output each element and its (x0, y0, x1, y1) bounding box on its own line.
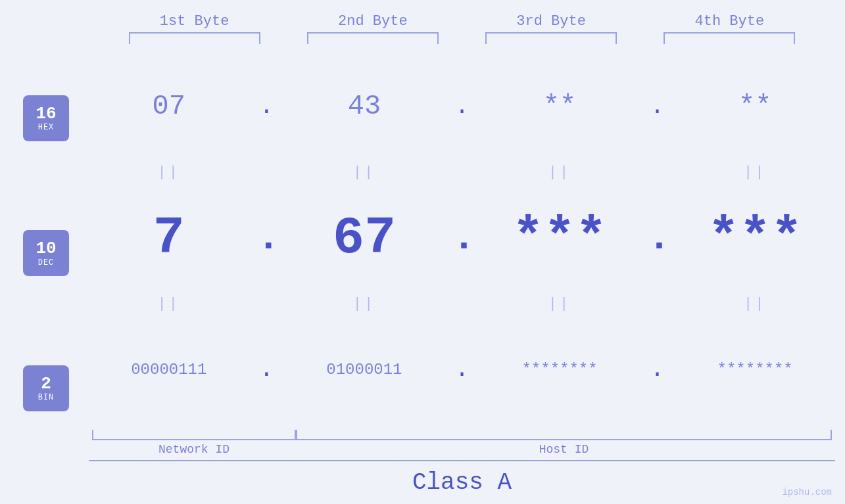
bin-byte3-cell: ******** (494, 361, 625, 378)
sep1-byte4: || (689, 164, 821, 181)
dec-dot1: . (256, 216, 276, 260)
hex-byte1-value: 07 (153, 91, 185, 122)
dec-badge-num: 10 (36, 239, 56, 258)
hex-badge-num: 16 (36, 104, 56, 124)
hex-byte1-cell: 07 (103, 91, 235, 122)
bin-byte1-value: 00000111 (131, 361, 206, 378)
bin-dot3: . (648, 356, 667, 383)
bin-badge: 2 BIN (23, 365, 69, 411)
bin-badge-label: BIN (38, 393, 55, 402)
byte1-header: 1st Byte (129, 13, 260, 30)
dec-byte1-cell: 7 (103, 208, 235, 268)
hex-dot3: . (648, 93, 667, 120)
bin-byte3-value: ******** (521, 361, 597, 378)
byte2-top-bracket (307, 32, 439, 44)
bin-byte2-value: 01000011 (326, 361, 402, 378)
hex-byte3-value: ** (543, 91, 576, 122)
bin-byte4-cell: ******** (689, 361, 821, 378)
sep2-byte3: || (494, 296, 625, 312)
dec-byte3-value: *** (512, 208, 607, 268)
sep1-byte2: || (299, 164, 430, 181)
bin-byte4-value: ******** (717, 361, 793, 378)
class-section: Class A (89, 460, 835, 504)
dec-byte4-value: *** (708, 208, 802, 268)
bin-byte2-cell: 01000011 (299, 361, 430, 378)
bin-badge-num: 2 (41, 375, 51, 394)
bin-value-row: 00000111 . 01000011 . ******** . *******… (92, 314, 845, 426)
dec-byte4-cell: *** (689, 208, 821, 268)
network-id-label: Network ID (92, 443, 296, 456)
byte1-top-bracket (129, 32, 260, 44)
bottom-bracket-area: Network ID Host ID (92, 426, 845, 456)
hex-byte4-value: ** (738, 91, 771, 122)
dec-byte1-value: 7 (153, 208, 185, 268)
dec-badge: 10 DEC (23, 230, 69, 276)
network-id-bracket (92, 430, 296, 440)
hex-dot2: . (452, 93, 471, 120)
hex-badge: 16 HEX (23, 95, 69, 141)
bottom-brackets-row (92, 430, 832, 440)
dec-dot2: . (452, 216, 471, 260)
watermark: ipshu.com (782, 487, 832, 497)
main-content-area: 16 HEX 10 DEC 2 BIN 07 . 43 (0, 51, 845, 456)
bracket-label-row: Network ID Host ID (92, 443, 832, 456)
top-brackets-row (0, 32, 845, 44)
hex-byte2-value: 43 (348, 91, 381, 122)
values-area: 07 . 43 . ** . ** || || (92, 51, 845, 456)
hex-byte4-cell: ** (689, 91, 821, 122)
hex-dot1: . (256, 93, 276, 120)
byte-headers-row: 1st Byte 2nd Byte 3rd Byte 4th Byte (0, 13, 845, 30)
dec-byte2-cell: 67 (299, 208, 430, 268)
sep1-byte3: || (494, 164, 625, 181)
hex-badge-label: HEX (38, 123, 55, 132)
hex-byte2-cell: 43 (299, 91, 430, 122)
sep2-byte1: || (103, 296, 235, 312)
dec-badge-label: DEC (38, 258, 55, 267)
dec-byte3-cell: *** (494, 208, 625, 268)
bin-dot1: . (256, 356, 276, 383)
byte2-header: 2nd Byte (307, 13, 439, 30)
host-id-label: Host ID (296, 443, 832, 456)
hex-value-row: 07 . 43 . ** . ** (92, 51, 845, 162)
bin-dot2: . (452, 356, 471, 383)
sep-row-1: || || || || (92, 162, 845, 182)
dec-byte2-value: 67 (333, 208, 396, 268)
bin-byte1-cell: 00000111 (103, 361, 235, 378)
class-label: Class A (412, 469, 512, 496)
host-id-bracket (296, 430, 832, 440)
hex-byte3-cell: ** (494, 91, 625, 122)
sep2-byte2: || (299, 296, 430, 312)
byte4-header: 4th Byte (664, 13, 795, 30)
sep2-byte4: || (689, 296, 821, 312)
dec-value-row: 7 . 67 . *** . *** (92, 182, 845, 294)
byte3-top-bracket (485, 32, 617, 44)
dec-dot3: . (648, 216, 667, 260)
sep-row-2: || || || || (92, 294, 845, 314)
badges-column: 16 HEX 10 DEC 2 BIN (0, 51, 92, 456)
byte4-top-bracket (664, 32, 795, 44)
main-container: 1st Byte 2nd Byte 3rd Byte 4th Byte 16 H… (0, 0, 845, 504)
sep1-byte1: || (103, 164, 235, 181)
byte3-header: 3rd Byte (485, 13, 617, 30)
